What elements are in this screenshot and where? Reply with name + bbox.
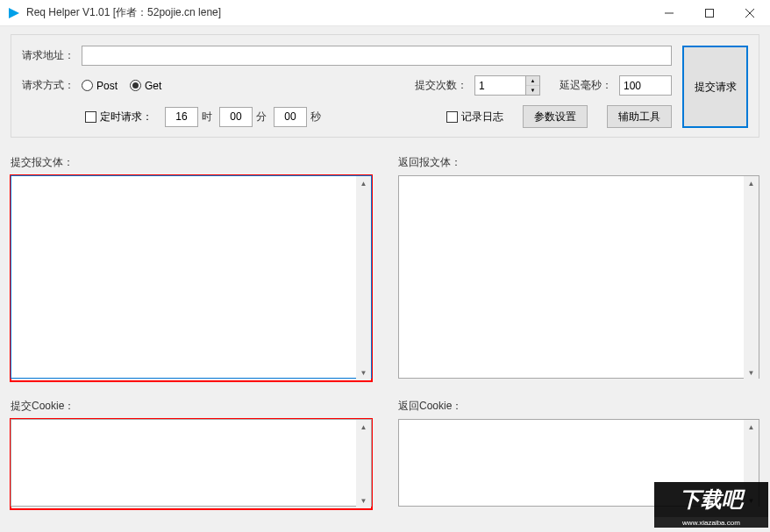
timer-checkbox[interactable]: 定时请求： [85,110,153,124]
titlebar: Req Helper V1.01 [作者：52pojie.cn lene] [0,0,770,26]
scrollbar[interactable]: ▲ ▼ [356,176,371,380]
minimize-button[interactable] [649,0,689,25]
window-title: Req Helper V1.01 [作者：52pojie.cn lene] [26,5,221,20]
timer-label: 定时请求： [100,110,153,124]
response-cookie-label: 返回Cookie： [398,399,759,414]
scroll-down-icon[interactable]: ▼ [744,365,759,380]
count-down-button[interactable]: ▼ [526,86,539,95]
count-label: 提交次数： [415,78,467,93]
scrollbar[interactable]: ▲ ▼ [744,420,759,508]
url-input[interactable] [82,46,672,66]
scrollbar[interactable]: ▲ ▼ [744,176,759,380]
scroll-up-icon[interactable]: ▲ [744,176,759,191]
post-radio[interactable]: Post [82,80,118,92]
second-input[interactable] [274,107,307,127]
scroll-up-icon[interactable]: ▲ [356,176,371,191]
window-controls [649,0,770,25]
count-up-button[interactable]: ▲ [526,76,539,86]
count-input[interactable] [474,75,525,96]
post-label: Post [96,80,118,92]
response-cookie-textarea[interactable] [398,419,759,507]
body-area: 提交报文体： ▲ ▼ 提交Cookie： ▲ ▼ 返回报文体： [11,155,759,509]
params-button[interactable]: 参数设置 [523,105,588,128]
tools-button[interactable]: 辅助工具 [607,105,672,128]
scroll-down-icon[interactable]: ▼ [356,365,371,380]
request-cookie-textarea[interactable] [11,419,372,507]
config-panel: 请求地址： 请求方式： Post Get 提交 [11,34,759,138]
url-label: 请求地址： [22,48,75,63]
response-body-textarea[interactable] [398,175,759,379]
svg-line-4 [745,9,754,18]
get-radio[interactable]: Get [130,80,161,92]
scrollbar[interactable]: ▲ ▼ [356,420,371,508]
minute-unit: 分 [256,110,267,124]
scroll-down-icon[interactable]: ▼ [744,493,759,508]
scroll-up-icon[interactable]: ▲ [744,420,759,435]
delay-input[interactable] [619,75,672,96]
scroll-up-icon[interactable]: ▲ [356,420,371,435]
hour-input[interactable] [165,107,198,127]
client-area: 请求地址： 请求方式： Post Get 提交 [0,26,770,532]
submit-button[interactable]: 提交请求 [682,46,748,128]
svg-rect-2 [706,9,714,17]
response-body-label: 返回报文体： [398,155,759,170]
request-cookie-label: 提交Cookie： [11,399,372,414]
app-icon [7,6,21,20]
svg-line-3 [745,9,754,18]
get-label: Get [145,80,161,92]
request-body-textarea[interactable] [11,175,372,379]
log-label: 记录日志 [461,110,503,124]
log-checkbox[interactable]: 记录日志 [446,110,503,124]
scroll-down-icon[interactable]: ▼ [356,493,371,508]
close-button[interactable] [730,0,770,25]
maximize-button[interactable] [689,0,730,25]
svg-marker-0 [9,8,19,18]
request-body-label: 提交报文体： [11,155,372,170]
minute-input[interactable] [219,107,253,127]
method-label: 请求方式： [22,78,75,93]
delay-label: 延迟毫秒： [560,78,612,93]
second-unit: 秒 [310,110,321,124]
hour-unit: 时 [202,110,212,124]
